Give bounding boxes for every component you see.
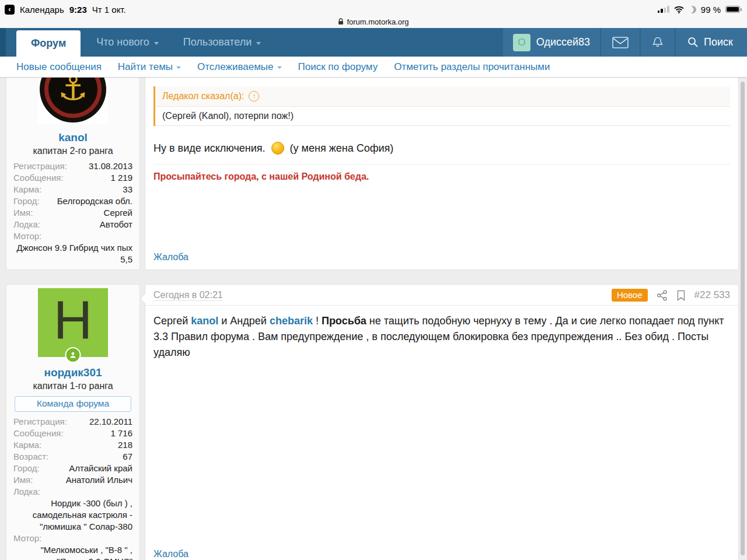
search-button[interactable]: Поиск — [676, 28, 747, 57]
subnav-new-posts-label: Новые сообщения — [16, 61, 102, 73]
status-date: Чт 1 окт. — [92, 5, 126, 15]
address-bar[interactable]: forum.motorka.org — [0, 16, 747, 27]
stat-label: Возраст: — [13, 451, 48, 463]
bell-icon — [652, 37, 664, 48]
author-rank: капитан 1-го ранга — [6, 381, 139, 391]
status-time: 9:23 — [69, 5, 87, 15]
stat-label: Карма: — [13, 184, 41, 195]
post-header: Сегодня в 02:21 Новое — [145, 285, 738, 306]
do-not-disturb-moon-icon — [687, 4, 697, 14]
stat-value: Автобот — [100, 219, 132, 230]
author-stats: Регистрация:22.10.2011 Сообщения:1 716 К… — [6, 416, 139, 560]
stat-value: 1 716 — [110, 428, 132, 439]
main-nav: Форум Что нового Пользователи О Одиссей8… — [0, 28, 747, 57]
spacer — [145, 368, 738, 549]
stat-motor-value: Джонсон 9.9 Гибрид чих пых 5,5 — [13, 242, 132, 265]
post-body-nordik301: Сегодня в 02:21 Новое — [145, 284, 739, 560]
nav-edge — [0, 28, 6, 57]
tab-whats-new[interactable]: Что нового — [88, 28, 167, 57]
arrow-up-circle-icon[interactable]: ↑ — [249, 91, 259, 102]
avatar[interactable]: Н — [38, 288, 108, 357]
stat-label: Сообщения: — [13, 428, 64, 439]
quote-attribution[interactable]: Ледакол сказал(а): ↑ — [155, 86, 730, 106]
battery-icon — [725, 6, 740, 13]
tab-whats-new-label: Что нового — [96, 36, 149, 48]
stat-boat-value: Нордик -300 (был ) , самодельная кастрюл… — [13, 498, 132, 533]
subnav-search-forum-label: Поиск по форуму — [298, 61, 378, 73]
post-text: Сергей kanol и Андрей chebarik ! Просьба… — [145, 306, 738, 368]
new-badge: Новое — [612, 289, 648, 302]
post-text-bold: Просьба — [322, 315, 366, 327]
author-rank: капитан 2-го ранга — [6, 146, 139, 156]
battery-percent: 99 % — [701, 5, 721, 15]
quote-block: Ледакол сказал(а): ↑ (Сергей (Kanol), по… — [153, 86, 730, 126]
stat-label: Мотор: — [13, 230, 41, 242]
back-to-app-label[interactable]: Календарь — [20, 5, 64, 15]
chevron-down-icon — [256, 42, 261, 45]
author-panel-kanol: ⚓ kanol капитан 2-го ранга Регистрация:3… — [6, 78, 140, 270]
status-bar: ‹ Календарь 9:23 Чт 1 окт. 99 % — [0, 0, 747, 16]
post-text: Ну в виде исключения. (у меня жена София… — [153, 142, 730, 155]
author-panel-nordik301: Н нордик301 капитан 1-го ранга Команда ф… — [6, 284, 140, 560]
search-label: Поиск — [704, 36, 733, 48]
post-body-kanol: Ледакол сказал(а): ↑ (Сергей (Kanol), по… — [145, 78, 739, 270]
stat-label: Имя: — [13, 207, 33, 219]
subnav-new-posts[interactable]: Новые сообщения — [16, 61, 102, 73]
thread-content: ⚓ kanol капитан 2-го ранга Регистрация:3… — [0, 78, 747, 560]
stat-label: Имя: — [13, 474, 33, 486]
subnav-find-threads[interactable]: Найти темы — [118, 61, 181, 73]
post-text-segment: Ну в виде исключения. — [153, 142, 266, 154]
stat-value: 33 — [123, 184, 132, 195]
report-link[interactable]: Жалоба — [153, 252, 189, 262]
inbox-button[interactable] — [601, 28, 640, 57]
stat-label: Регистрация: — [13, 416, 67, 428]
stat-label: Сообщения: — [13, 172, 64, 184]
stat-value: 1 219 — [110, 172, 132, 184]
subnav-watched[interactable]: Отслеживаемые — [197, 61, 281, 73]
sub-nav: Новые сообщения Найти темы Отслеживаемые… — [0, 57, 747, 78]
report-link[interactable]: Жалоба — [153, 549, 189, 559]
stat-value: 67 — [123, 451, 132, 463]
post-text-segment: ! — [313, 315, 322, 327]
chevron-down-icon — [154, 42, 159, 45]
share-icon — [657, 290, 668, 301]
stat-value: 218 — [118, 439, 132, 451]
chevron-down-icon — [176, 66, 181, 69]
stat-label: Лодка: — [13, 486, 40, 498]
subnav-search-forum[interactable]: Поиск по форуму — [298, 61, 378, 73]
avatar: О — [513, 34, 530, 51]
avatar-letter: Н — [54, 293, 92, 352]
author-username[interactable]: нордик301 — [6, 366, 139, 379]
post-number-link[interactable]: #22 533 — [694, 289, 730, 301]
stat-value: 31.08.2013 — [89, 160, 132, 172]
subnav-mark-read-label: Отметить разделы прочитанными — [394, 61, 550, 73]
avatar[interactable]: ⚓ — [38, 78, 108, 124]
subnav-mark-read[interactable]: Отметить разделы прочитанными — [394, 61, 550, 73]
stat-label: Город: — [13, 195, 40, 207]
ios-status-area: ‹ Календарь 9:23 Чт 1 окт. 99 % — [0, 0, 747, 28]
stat-label: Карма: — [13, 439, 41, 451]
quote-author-label: Ледакол сказал(а): — [162, 91, 244, 102]
post-timestamp-link[interactable]: Сегодня в 02:21 — [153, 290, 223, 301]
mention-link-kanol[interactable]: kanol — [191, 315, 218, 327]
tab-forum-label: Форум — [31, 37, 66, 50]
back-to-app-icon[interactable]: ‹ — [5, 5, 15, 15]
bookmark-icon — [676, 290, 686, 301]
stat-motor-value: "Мелкомоськи , "В-8 " , "Ямаха 9,9 GMHS" — [13, 544, 132, 560]
search-icon — [687, 37, 699, 48]
tab-forum[interactable]: Форум — [16, 30, 81, 57]
account-menu[interactable]: О Одиссей83 — [503, 28, 600, 57]
bookmark-button[interactable] — [676, 290, 686, 301]
tab-members-label: Пользователи — [183, 36, 252, 48]
stat-value: Сергей — [104, 207, 132, 219]
account-username: Одиссей83 — [536, 36, 590, 48]
url-text: forum.motorka.org — [347, 18, 409, 26]
tab-members[interactable]: Пользователи — [174, 28, 270, 57]
chevron-down-icon — [277, 66, 282, 69]
author-username[interactable]: kanol — [6, 131, 139, 144]
stat-value: 22.10.2011 — [89, 416, 132, 428]
share-button[interactable] — [657, 290, 668, 301]
mention-link-chebarik[interactable]: chebarik — [270, 315, 313, 327]
alerts-button[interactable] — [641, 28, 675, 57]
scrollbar[interactable] — [741, 82, 745, 555]
